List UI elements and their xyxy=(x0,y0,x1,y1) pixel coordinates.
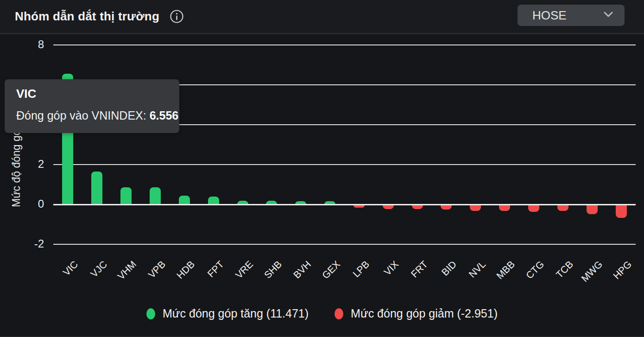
chart-legend: Mức đóng góp tăng (11.471) Mức đóng góp … xyxy=(0,307,644,320)
y-tick-label-8: 8 xyxy=(16,38,44,51)
y-axis-title: Mức độ đóng góp xyxy=(10,124,23,207)
bar-FPT[interactable] xyxy=(208,197,219,204)
bar-CTG[interactable] xyxy=(528,205,539,212)
y-tick-label--2: -2 xyxy=(16,237,44,250)
bar-LPB[interactable] xyxy=(354,205,365,208)
bar-VJC[interactable] xyxy=(91,172,102,204)
bar-VHM[interactable] xyxy=(120,187,132,204)
bar-TCB[interactable] xyxy=(557,205,568,211)
gridline-2 xyxy=(53,164,636,165)
tooltip-ticker: VIC xyxy=(16,87,36,101)
bar-FRT[interactable] xyxy=(412,205,423,209)
exchange-select[interactable]: HOSE xyxy=(518,5,625,26)
legend-item-positive[interactable]: Mức đóng góp tăng (11.471) xyxy=(146,307,309,320)
widget-header: Nhóm dẫn dắt thị trường HOSE xyxy=(0,0,644,34)
bar-VIX[interactable] xyxy=(383,205,394,209)
chart-tooltip: VIC Đóng góp vào VNINDEX: 6.556 xyxy=(5,79,179,133)
legend-label-negative: Mức đóng góp giảm (-2.951) xyxy=(351,307,498,320)
tooltip-label: Đóng góp vào VNINDEX: xyxy=(16,109,146,122)
bar-NVL[interactable] xyxy=(470,205,481,211)
page-title: Nhóm dẫn dắt thị trường xyxy=(15,9,159,24)
contribution-chart: Mức độ đóng góp VIC Đóng góp vào VNINDEX… xyxy=(0,34,644,337)
legend-label-positive: Mức đóng góp tăng (11.471) xyxy=(163,307,309,320)
bar-MWG[interactable] xyxy=(587,205,598,214)
positive-legend-dot-icon xyxy=(146,308,155,319)
tooltip-value: 6.556 xyxy=(150,109,179,122)
negative-legend-dot-icon xyxy=(335,308,343,319)
bar-HPG[interactable] xyxy=(616,205,627,218)
bar-HDB[interactable] xyxy=(179,196,190,204)
gridline-8 xyxy=(53,45,636,45)
bar-VPB[interactable] xyxy=(150,187,161,204)
gridline--2 xyxy=(53,244,636,245)
exchange-select-value: HOSE xyxy=(532,8,602,23)
tooltip-body: Đóng góp vào VNINDEX: 6.556 xyxy=(16,109,178,122)
chevron-down-icon xyxy=(602,10,614,20)
bar-MBB[interactable] xyxy=(499,205,510,211)
legend-item-negative[interactable]: Mức đóng góp giảm (-2.951) xyxy=(335,307,498,320)
bar-BID[interactable] xyxy=(441,205,452,210)
gridline-0 xyxy=(53,204,636,205)
info-icon[interactable] xyxy=(170,9,184,24)
market-leaders-widget: Nhóm dẫn dắt thị trường HOSE Mức độ đóng… xyxy=(0,0,644,337)
